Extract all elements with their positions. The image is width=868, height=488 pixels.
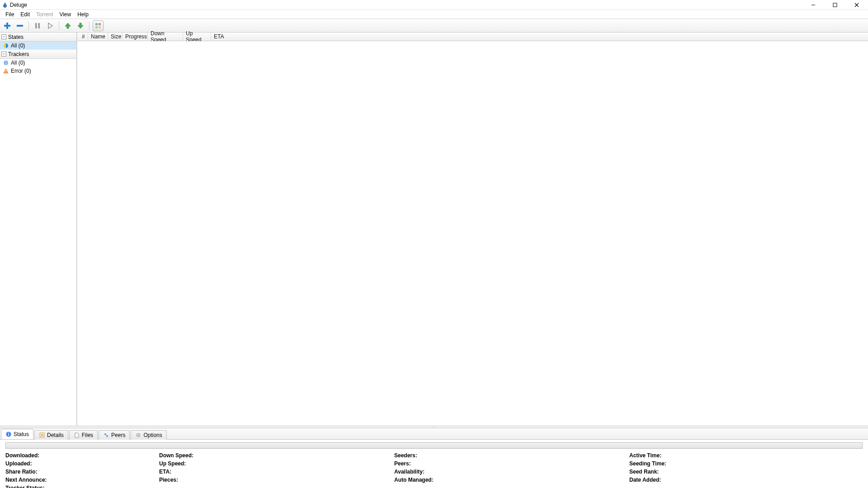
- menu-help[interactable]: Help: [75, 11, 91, 18]
- column-progress[interactable]: Progress: [123, 33, 148, 41]
- remove-torrent-button[interactable]: [14, 20, 25, 31]
- sidebar-item-error-trackers[interactable]: Error (0): [0, 67, 76, 75]
- tab-label: Peers: [111, 432, 125, 438]
- collapse-icon[interactable]: −: [1, 34, 6, 39]
- info-icon: [5, 431, 12, 437]
- maximize-button[interactable]: [828, 0, 842, 9]
- column-down-speed[interactable]: Down Speed: [148, 33, 183, 41]
- label-active-time: Active Time:: [629, 452, 819, 459]
- tab-files[interactable]: Files: [69, 430, 98, 440]
- label-seed-rank: Seed Rank:: [629, 469, 819, 475]
- svg-rect-21: [5, 70, 6, 72]
- warning-icon: [3, 68, 9, 74]
- label-availability: Availability:: [394, 469, 629, 475]
- label-seeders: Seeders:: [394, 452, 629, 459]
- svg-rect-12: [95, 23, 98, 25]
- pie-icon: [3, 42, 9, 49]
- label-pieces: Pieces:: [159, 477, 394, 483]
- options-icon: [135, 432, 142, 438]
- queue-down-button[interactable]: [75, 20, 86, 31]
- label-eta: ETA:: [159, 469, 394, 475]
- svg-rect-6: [17, 25, 23, 27]
- svg-rect-14: [95, 26, 98, 28]
- label-tracker-status: Tracker Status:: [5, 485, 159, 488]
- menu-view[interactable]: View: [57, 11, 74, 18]
- sidebar-item-label: Error (0): [11, 68, 31, 74]
- label-share-ratio: Share Ratio:: [5, 469, 159, 475]
- globe-icon: [3, 60, 9, 66]
- column-up-speed[interactable]: Up Speed: [183, 33, 211, 41]
- collapse-icon[interactable]: −: [1, 52, 6, 56]
- sidebar-item-all-trackers[interactable]: All (0): [0, 59, 76, 67]
- detail-tabs: Status Details Files Peers Options: [0, 428, 868, 440]
- details-icon: [39, 432, 45, 438]
- sidebar-group-trackers[interactable]: − Trackers: [0, 50, 76, 59]
- svg-marker-9: [48, 23, 52, 28]
- toolbar-separator: [28, 21, 29, 30]
- sidebar: − States All (0) − Trackers All (0) Erro…: [0, 33, 77, 426]
- toolbar-separator: [59, 21, 59, 30]
- svg-marker-11: [78, 23, 83, 28]
- svg-marker-10: [65, 23, 71, 28]
- sidebar-group-states[interactable]: − States: [0, 33, 76, 42]
- column-num[interactable]: #: [79, 33, 88, 41]
- column-size[interactable]: Size: [108, 33, 123, 41]
- menu-torrent: Torrent: [33, 11, 56, 18]
- label-downloaded: Downloaded:: [5, 452, 159, 459]
- queue-up-button[interactable]: [62, 20, 73, 31]
- toolbar: [0, 19, 868, 33]
- tab-label: Details: [47, 432, 64, 438]
- minimize-button[interactable]: [807, 0, 820, 9]
- menu-edit[interactable]: Edit: [18, 11, 33, 18]
- sidebar-item-label: All (0): [11, 42, 25, 49]
- sidebar-group-label: States: [8, 34, 24, 40]
- label-date-added: Date Added:: [629, 477, 819, 483]
- torrent-list[interactable]: [77, 41, 868, 426]
- svg-rect-7: [35, 23, 37, 28]
- peers-icon: [103, 432, 109, 438]
- tab-label: Options: [143, 432, 162, 438]
- svg-rect-25: [8, 433, 9, 434]
- label-up-speed: Up Speed:: [159, 460, 394, 467]
- column-eta[interactable]: ETA: [211, 33, 227, 41]
- label-next-announce: Next Announce:: [5, 477, 159, 483]
- titlebar: Deluge: [0, 0, 868, 10]
- progress-bar: [5, 442, 863, 449]
- resume-button[interactable]: [45, 20, 56, 31]
- add-torrent-button[interactable]: [2, 20, 13, 31]
- svg-point-34: [138, 435, 139, 436]
- preferences-button[interactable]: [93, 20, 104, 31]
- status-panel: Downloaded: Uploaded: Share Ratio: Next …: [0, 440, 868, 488]
- menubar: File Edit Torrent View Help: [0, 10, 868, 19]
- svg-rect-13: [99, 23, 101, 25]
- svg-line-32: [105, 434, 107, 436]
- sidebar-item-label: All (0): [11, 60, 25, 66]
- tab-details[interactable]: Details: [34, 430, 68, 440]
- tab-peers[interactable]: Peers: [99, 430, 130, 440]
- window-title: Deluge: [10, 2, 27, 8]
- label-auto-managed: Auto Managed:: [394, 477, 629, 483]
- close-button[interactable]: [850, 0, 863, 9]
- svg-rect-15: [99, 26, 101, 28]
- toolbar-separator: [89, 21, 90, 30]
- svg-rect-8: [38, 23, 40, 28]
- tab-label: Status: [14, 431, 29, 437]
- column-headers: # Name Size Progress Down Speed Up Speed…: [77, 33, 868, 41]
- label-uploaded: Uploaded:: [5, 460, 159, 467]
- tab-label: Files: [82, 432, 93, 438]
- deluge-icon: [2, 2, 8, 8]
- tab-status[interactable]: Status: [1, 429, 33, 439]
- label-seeding-time: Seeding Time:: [629, 460, 819, 467]
- pause-button[interactable]: [32, 20, 43, 31]
- menu-file[interactable]: File: [3, 11, 17, 18]
- torrent-list-pane: # Name Size Progress Down Speed Up Speed…: [77, 33, 868, 426]
- sidebar-item-all-states[interactable]: All (0): [0, 42, 76, 50]
- column-name[interactable]: Name: [88, 33, 108, 41]
- svg-rect-5: [4, 25, 10, 27]
- tab-options[interactable]: Options: [131, 430, 166, 440]
- label-peers: Peers:: [394, 460, 629, 467]
- svg-rect-22: [5, 72, 6, 73]
- sidebar-group-label: Trackers: [8, 51, 29, 57]
- file-icon: [74, 432, 80, 438]
- svg-rect-1: [833, 3, 837, 7]
